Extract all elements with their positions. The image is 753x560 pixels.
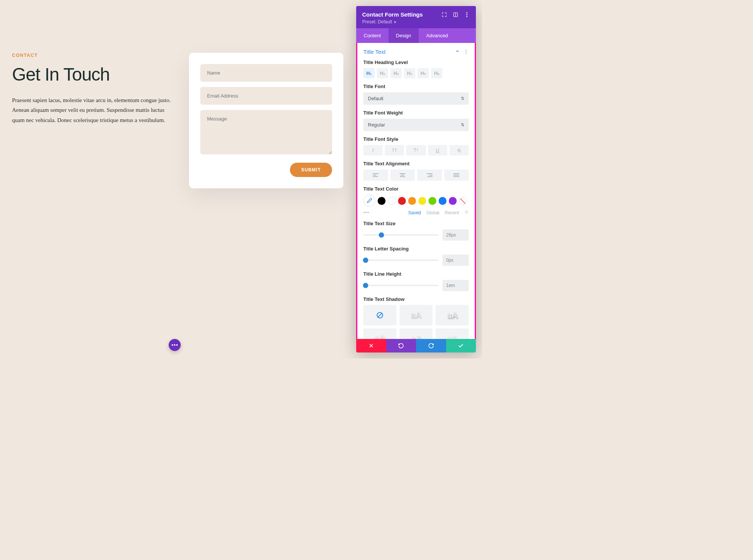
line-height-value[interactable]: 1em: [442, 280, 469, 291]
align-right-button[interactable]: [417, 169, 442, 181]
redo-button[interactable]: [416, 339, 446, 352]
section-title-text[interactable]: Title Text: [363, 49, 386, 55]
title-font-select[interactable]: Default ⇅: [363, 92, 469, 105]
font-weight-select[interactable]: Regular ⇅: [363, 119, 469, 131]
color-swatch[interactable]: [428, 197, 436, 205]
fab-more-button[interactable]: [169, 339, 181, 351]
svg-point-3: [466, 14, 468, 15]
svg-point-4: [466, 16, 468, 17]
uppercase-button[interactable]: TT: [385, 145, 404, 156]
heading-level-h6[interactable]: H6: [431, 68, 442, 78]
shadow-preset-5[interactable]: aA: [436, 328, 469, 339]
color-swatch[interactable]: [408, 197, 416, 205]
kebab-menu-icon[interactable]: [464, 12, 470, 18]
text-shadow-label: Title Text Shadow: [363, 296, 469, 302]
email-input[interactable]: [200, 87, 332, 105]
line-height-slider[interactable]: [363, 285, 439, 286]
panel-tabs: Content Design Advanced: [356, 28, 476, 43]
page-body-text: Praesent sapien lacus, molestie vitae ar…: [12, 95, 174, 125]
heading-level-h4[interactable]: H4: [404, 68, 415, 78]
alignment-label: Title Text Alignment: [363, 161, 469, 166]
page-title: Get In Touch: [12, 64, 174, 85]
italic-button[interactable]: I: [363, 145, 383, 156]
color-swatch[interactable]: [378, 197, 386, 205]
panel-footer: [356, 339, 476, 352]
strikethrough-button[interactable]: S: [450, 145, 469, 156]
submit-button[interactable]: SUBMIT: [290, 163, 332, 177]
undo-button[interactable]: [386, 339, 416, 352]
shadow-preset-2[interactable]: aA: [436, 305, 469, 325]
panel-title: Contact Form Settings: [362, 11, 423, 18]
cancel-button[interactable]: [356, 339, 386, 352]
tab-advanced[interactable]: Advanced: [419, 28, 456, 43]
color-settings-icon[interactable]: [464, 210, 469, 215]
text-size-label: Title Text Size: [363, 221, 469, 226]
text-size-slider[interactable]: [363, 234, 439, 236]
letter-spacing-slider[interactable]: [363, 259, 439, 261]
line-height-label: Title Line Height: [363, 271, 469, 277]
align-left-button[interactable]: [363, 169, 388, 181]
heading-level-h3[interactable]: H3: [390, 68, 402, 78]
color-tab-saved[interactable]: Saved: [408, 210, 421, 215]
contact-eyebrow: CONTACT: [12, 53, 174, 58]
heading-level-h2[interactable]: H2: [377, 68, 388, 78]
svg-point-5: [466, 212, 467, 213]
color-swatch[interactable]: [388, 197, 396, 205]
preset-selector[interactable]: Preset: Default ▼: [362, 19, 470, 24]
align-center-button[interactable]: [390, 169, 415, 181]
text-size-value[interactable]: 26px: [442, 229, 469, 241]
color-swatch[interactable]: [449, 197, 457, 205]
expand-icon[interactable]: [441, 12, 447, 18]
align-justify-button[interactable]: [444, 169, 469, 181]
name-input[interactable]: [200, 64, 332, 82]
heading-level-label: Title Heading Level: [363, 60, 469, 65]
shadow-preset-none[interactable]: [363, 305, 396, 325]
color-picker-icon[interactable]: [363, 195, 375, 207]
letter-spacing-value[interactable]: 0px: [442, 255, 469, 266]
collapse-section-icon[interactable]: [455, 48, 460, 55]
color-swatch-transparent[interactable]: [459, 197, 467, 205]
settings-panel: Contact Form Settings Preset: Default ▼ …: [356, 6, 476, 352]
color-tab-global[interactable]: Global: [426, 210, 439, 215]
tab-design[interactable]: Design: [389, 28, 419, 43]
contact-form-card: SUBMIT: [189, 53, 343, 188]
color-tab-recent[interactable]: Recent: [445, 210, 459, 215]
color-more-icon[interactable]: •••: [363, 210, 369, 215]
section-menu-icon[interactable]: ⋮: [463, 49, 469, 55]
color-swatch[interactable]: [398, 197, 406, 205]
title-font-label: Title Font: [363, 84, 469, 89]
underline-button[interactable]: U: [428, 145, 447, 156]
heading-level-h1[interactable]: H1: [363, 68, 375, 78]
letter-spacing-label: Title Letter Spacing: [363, 246, 469, 252]
shadow-preset-4[interactable]: aA: [399, 328, 433, 339]
message-textarea[interactable]: [200, 110, 332, 154]
shadow-preset-3[interactable]: aA: [363, 328, 396, 339]
text-color-label: Title Text Color: [363, 186, 469, 192]
svg-point-2: [466, 12, 468, 13]
color-swatch[interactable]: [418, 197, 426, 205]
svg-line-7: [378, 313, 382, 317]
tab-content[interactable]: Content: [356, 28, 389, 43]
shadow-preset-1[interactable]: aA: [399, 305, 433, 325]
color-swatch[interactable]: [439, 197, 447, 205]
font-weight-label: Title Font Weight: [363, 110, 469, 116]
smallcaps-button[interactable]: TT: [406, 145, 425, 156]
font-style-label: Title Font Style: [363, 136, 469, 142]
save-button[interactable]: [446, 339, 476, 352]
heading-level-h5[interactable]: H5: [418, 68, 429, 78]
panel-layout-icon[interactable]: [453, 12, 459, 18]
panel-header: Contact Form Settings Preset: Default ▼: [356, 6, 476, 28]
